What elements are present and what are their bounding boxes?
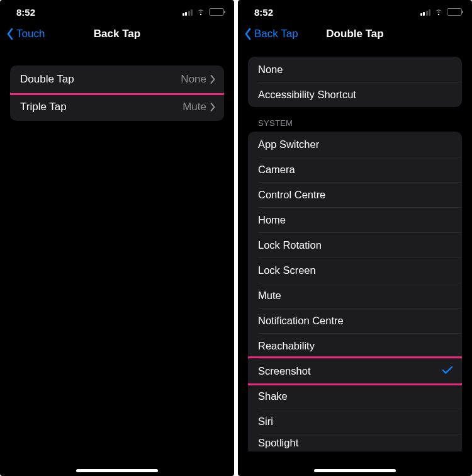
row-app-switcher[interactable]: App Switcher [248,132,462,157]
row-label: Siri [258,416,273,428]
row-label: Reachability [258,340,315,352]
chevron-left-icon [244,28,252,40]
row-shake[interactable]: Shake [248,383,462,409]
row-label: Control Centre [258,189,325,201]
row-notification-centre[interactable]: Notification Centre [248,308,462,333]
row-lock-screen[interactable]: Lock Screen [248,258,462,283]
home-indicator[interactable] [76,469,158,472]
row-label: Accessibility Shortcut [258,89,356,101]
row-spotlight[interactable]: Spotlight [248,434,462,451]
status-time: 8:52 [16,7,35,18]
row-label: Shake [258,390,288,402]
status-icons [420,7,463,18]
section-header-system: SYSTEM [248,118,462,128]
back-button[interactable]: Touch [6,28,45,40]
group-top: None Accessibility Shortcut [248,57,462,107]
row-double-tap[interactable]: Double Tap None [10,65,224,93]
nav-bar: Touch Back Tap [0,20,234,48]
chevron-right-icon [210,103,215,111]
status-bar: 8:52 [0,0,234,20]
group-system: App Switcher Camera Control Centre Home … [248,132,462,451]
back-button[interactable]: Back Tap [244,28,298,40]
wifi-icon [434,7,444,18]
row-siri[interactable]: Siri [248,409,462,434]
row-mute[interactable]: Mute [248,283,462,308]
home-indicator[interactable] [314,469,396,472]
cellular-icon [183,9,193,16]
row-control-centre[interactable]: Control Centre [248,182,462,207]
row-label: Screenshot [258,365,310,377]
back-tap-group: Double Tap None Triple Tap Mute [10,65,224,121]
content: None Accessibility Shortcut SYSTEM App S… [238,48,472,451]
status-icons [183,7,225,18]
battery-icon [447,8,462,16]
row-label: Notification Centre [258,315,344,327]
row-triple-tap[interactable]: Triple Tap Mute [10,93,224,121]
phone-left-back-tap: 8:52 Touch Back Tap Double Tap None [0,0,234,476]
cellular-icon [420,9,431,16]
row-screenshot[interactable]: Screenshot [248,358,462,383]
phone-right-double-tap: 8:52 Back Tap Double Tap None Accessibil… [238,0,472,476]
chevron-right-icon [210,75,215,84]
wifi-icon [196,7,206,18]
back-label: Back Tap [254,28,298,40]
row-label: App Switcher [258,139,319,150]
status-time: 8:52 [254,7,273,18]
row-label: Triple Tap [20,101,67,113]
row-label: Mute [258,290,281,302]
row-label: None [258,64,283,76]
row-label: Double Tap [20,73,74,86]
row-home[interactable]: Home [248,207,462,232]
row-value: Mute [183,101,215,113]
row-lock-rotation[interactable]: Lock Rotation [248,232,462,258]
battery-icon [209,8,224,16]
back-label: Touch [16,28,45,40]
status-bar: 8:52 [238,0,472,20]
row-accessibility-shortcut[interactable]: Accessibility Shortcut [248,82,462,107]
row-label: Lock Screen [258,264,316,276]
row-label: Spotlight [258,437,298,449]
chevron-left-icon [6,28,14,40]
row-reachability[interactable]: Reachability [248,333,462,358]
row-value: None [181,73,215,86]
checkmark-icon [442,365,453,377]
row-none[interactable]: None [248,57,462,82]
row-label: Lock Rotation [258,239,322,251]
row-label: Camera [258,164,295,176]
row-camera[interactable]: Camera [248,157,462,182]
row-label: Home [258,214,286,226]
nav-bar: Back Tap Double Tap [238,20,472,48]
content: Double Tap None Triple Tap Mute [0,48,234,121]
